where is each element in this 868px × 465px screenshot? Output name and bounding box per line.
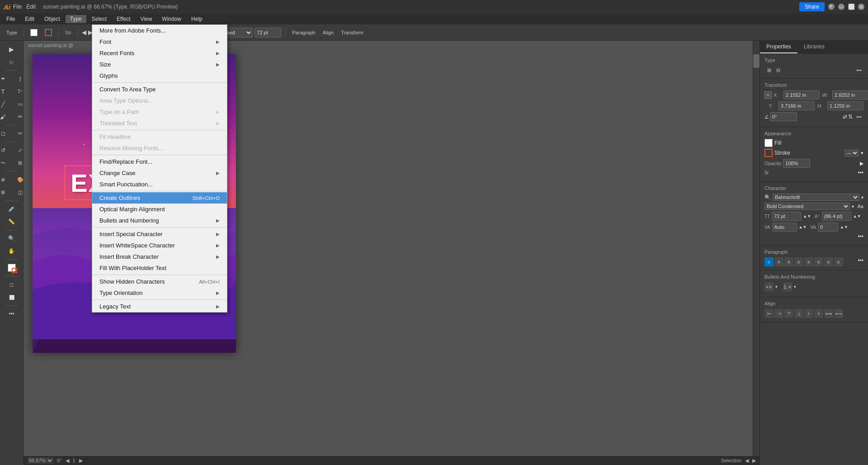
mode-1[interactable]: ⬛ — [0, 291, 3, 303]
align-v-center-btn[interactable]: ⊦ — [804, 309, 813, 318]
distrib-h-btn[interactable]: ⟺ — [824, 309, 833, 318]
type-tool[interactable]: T — [0, 85, 11, 97]
stroke-color-btn[interactable] — [28, 28, 40, 37]
minimize-icon[interactable]: ─ — [838, 4, 844, 10]
zoom-tool[interactable]: 🔍 — [4, 232, 20, 244]
eraser-tool[interactable]: ◻ — [0, 128, 11, 139]
dd-recent-fonts[interactable]: Recent Fonts ▶ — [92, 47, 227, 59]
align-left-btn[interactable]: ≡ — [764, 257, 774, 266]
eyedropper-tool[interactable]: 💉 — [4, 203, 20, 215]
nav-prev[interactable]: ◀ — [82, 29, 86, 36]
font-size-input[interactable] — [255, 28, 282, 38]
timeline-prev[interactable]: ◀ — [745, 458, 749, 464]
menu-select[interactable]: Select — [87, 15, 111, 23]
dd-insert-special[interactable]: Insert Special Character ▶ — [92, 228, 227, 240]
curvature-tool[interactable]: ∫ — [12, 73, 24, 85]
flip-h-icon[interactable]: ⇄ — [843, 114, 847, 120]
menu-view[interactable]: View — [136, 15, 157, 23]
opacity-more[interactable]: ▶ — [860, 161, 863, 166]
dd-change-case[interactable]: Change Case ▶ — [92, 167, 227, 179]
transform-more[interactable]: ••• — [854, 112, 863, 121]
dd-glyphs[interactable]: Glyphs — [92, 70, 227, 81]
timeline-next[interactable]: ▶ — [752, 458, 756, 464]
share-button[interactable]: Share — [799, 2, 825, 11]
rect-tool[interactable]: ▭ — [12, 98, 24, 110]
w-input[interactable] — [832, 90, 868, 100]
char-size-updown[interactable]: ▲▼ — [803, 214, 811, 218]
fx-more[interactable]: ••• — [858, 170, 863, 176]
align-bottom-edge-btn[interactable]: ⊧ — [814, 309, 823, 318]
dd-size[interactable]: Size ▶ — [92, 59, 227, 70]
rotate-tool[interactable]: ↺ — [0, 144, 11, 156]
char-search-icon[interactable]: 🔍 — [764, 195, 771, 200]
align-justify-left-btn[interactable]: ≡ — [804, 257, 813, 266]
menu-edit[interactable]: Edit — [26, 4, 36, 10]
char-size-input[interactable] — [772, 212, 801, 221]
align-left-edge-btn[interactable]: ⊢ — [764, 309, 774, 318]
char-font-select[interactable]: Bahnschrift — [773, 194, 859, 201]
char-leading-input[interactable] — [822, 212, 851, 221]
normal-mode[interactable]: ◻ — [4, 279, 20, 290]
x-input[interactable] — [783, 90, 820, 100]
char-kern-updown[interactable]: ▲▼ — [799, 225, 807, 229]
dd-insert-whitespace[interactable]: Insert WhiteSpace Character ▶ — [92, 240, 227, 251]
fill-color[interactable] — [4, 262, 20, 274]
menu-effect[interactable]: Effect — [112, 15, 135, 23]
number-list-btn[interactable]: 1. ≡ — [783, 282, 792, 291]
type-touch-tool[interactable]: T⁺ — [12, 85, 24, 97]
selection-tool[interactable]: ▶ — [4, 43, 20, 55]
distrib-v-btn[interactable]: ⟻ — [834, 309, 843, 318]
line-tool[interactable]: ╱ — [0, 98, 11, 110]
char-tracking-updown[interactable]: ▲▼ — [840, 225, 848, 229]
gradient-tool[interactable]: ◫ — [12, 186, 24, 198]
grid-tool[interactable]: ⊞ — [0, 186, 11, 198]
menu-edit[interactable]: Edit — [20, 15, 39, 23]
mode-2[interactable]: ⬜ — [4, 291, 20, 303]
char-style-more[interactable]: ▾ — [852, 204, 854, 209]
dd-bullets-numbering[interactable]: Bullets and Numbering ▶ — [92, 215, 227, 226]
nav-prev-status[interactable]: ◀ — [66, 458, 69, 464]
scale-tool[interactable]: ⤢ — [12, 144, 24, 156]
vertical-scrollbar[interactable] — [753, 41, 760, 458]
nav-next-status[interactable]: ▶ — [79, 458, 83, 464]
paragraph-btn[interactable]: Paragraph — [289, 29, 318, 36]
dd-create-outlines[interactable]: Create Outlines Shift+Ctrl+O — [92, 192, 227, 204]
panel-icon-btn-1[interactable]: ⊞ — [764, 66, 774, 75]
more-tools[interactable]: ••• — [4, 308, 20, 320]
dd-convert-area[interactable]: Convert To Area Type — [92, 84, 227, 95]
align-center-btn[interactable]: ≡ — [774, 257, 783, 266]
measure-tool[interactable]: 📏 — [4, 216, 20, 228]
y-input[interactable] — [778, 101, 815, 110]
char-more[interactable]: ••• — [858, 233, 863, 240]
tab-properties[interactable]: Properties — [760, 41, 797, 53]
tab-libraries[interactable]: Libraries — [797, 41, 831, 53]
dd-font[interactable]: Font ▶ — [92, 36, 227, 47]
dd-show-hidden[interactable]: Show Hidden Characters Alt+Ctrl+I — [92, 276, 227, 287]
menu-file[interactable]: File — [13, 4, 22, 10]
align-right-edge-btn[interactable]: ⊤ — [784, 309, 793, 318]
char-glyph-icon[interactable]: Aa — [858, 204, 863, 209]
char-tracking-input[interactable] — [818, 223, 838, 232]
align-right-btn[interactable]: ≡ — [784, 257, 793, 266]
menu-window[interactable]: Window — [157, 15, 186, 23]
dd-insert-break[interactable]: Insert Break Character ▶ — [92, 251, 227, 262]
align-top-edge-btn[interactable]: ⊥ — [794, 309, 803, 318]
panel-icon-btn-2[interactable]: ⊟ — [774, 66, 783, 75]
char-font-more[interactable]: ▾ — [861, 195, 863, 200]
dd-optical-margin[interactable]: Optical Margin Alignment — [92, 204, 227, 215]
para-more[interactable]: ••• — [858, 257, 863, 266]
number-more[interactable]: ▾ — [794, 285, 796, 289]
live-paint-tool[interactable]: 🎨 — [12, 174, 24, 185]
char-kern-input[interactable] — [772, 223, 797, 232]
pencil-tool[interactable]: ✏ — [12, 111, 24, 123]
h-input[interactable] — [827, 101, 863, 110]
align-btn-toolbar[interactable]: Align — [320, 29, 336, 36]
search-icon[interactable]: 🔍 — [828, 4, 835, 10]
angle-input[interactable] — [770, 112, 797, 121]
zoom-select[interactable]: 66.67% — [27, 457, 53, 464]
menu-help[interactable]: Help — [187, 15, 207, 23]
close-icon[interactable]: ✕ — [858, 4, 864, 10]
fill-color-box[interactable] — [764, 139, 773, 147]
align-justify-btn[interactable]: ≡ — [794, 257, 803, 266]
flip-v-icon[interactable]: ⇅ — [848, 114, 853, 120]
